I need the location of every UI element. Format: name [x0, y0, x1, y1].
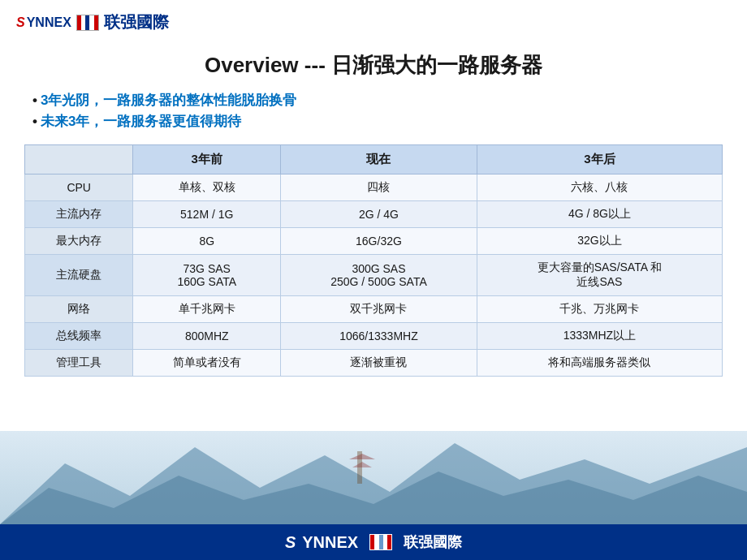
table-header-row: 3年前 现在 3年后 — [25, 145, 723, 174]
footer: SYNNEX 联强國際 — [0, 524, 747, 560]
footer-logo: SYNNEX 联强國際 — [285, 532, 462, 552]
cell-now: 300G SAS250G / 500G SATA — [281, 255, 477, 296]
cell-category: 总线频率 — [25, 323, 133, 350]
table-row: 主流内存512M / 1G2G / 4G4G / 8G以上 — [25, 201, 723, 228]
overview-table-container: 3年前 现在 3年后 CPU单核、双核四核六核、八核主流内存512M / 1G2… — [0, 141, 747, 380]
footer-chinese-name: 联强國際 — [404, 532, 462, 552]
bullet-1: 3年光阴，一路服务器的整体性能脱胎换骨 — [32, 91, 715, 110]
page-title: Overview --- 日渐强大的一路服务器 — [16, 51, 731, 80]
brand-s: S — [16, 15, 25, 30]
cell-category: 网络 — [25, 296, 133, 323]
cell-before: 单千兆网卡 — [133, 296, 281, 323]
table-row: 管理工具简单或者没有逐渐被重视将和高端服务器类似 — [25, 350, 723, 377]
cell-before: 8G — [133, 228, 281, 255]
cell-now: 四核 — [281, 174, 477, 201]
overview-table: 3年前 现在 3年后 CPU单核、双核四核六核、八核主流内存512M / 1G2… — [24, 144, 723, 377]
table-row: 总线频率800MHZ1066/1333MHZ1333MHZ以上 — [25, 323, 723, 350]
cell-before: 512M / 1G — [133, 201, 281, 228]
col-header-2: 现在 — [281, 145, 477, 174]
cell-after: 1333MHZ以上 — [477, 323, 722, 350]
table-body: CPU单核、双核四核六核、八核主流内存512M / 1G2G / 4G4G / … — [25, 174, 723, 377]
footer-brand-rest: YNNEX — [302, 533, 358, 552]
footer-flag-icon — [369, 534, 392, 550]
cell-now: 16G/32G — [281, 228, 477, 255]
cell-now: 2G / 4G — [281, 201, 477, 228]
col-header-3: 3年后 — [477, 145, 722, 174]
cell-after: 32G以上 — [477, 228, 722, 255]
cell-after: 更大容量的SAS/SATA 和近线SAS — [477, 255, 722, 296]
cell-now: 双千兆网卡 — [281, 296, 477, 323]
cell-before: 800MHZ — [133, 323, 281, 350]
title-en: Overview --- — [205, 53, 326, 77]
title-area: Overview --- 日渐强大的一路服务器 — [0, 45, 747, 84]
cell-after: 将和高端服务器类似 — [477, 350, 722, 377]
header: SYNNEX 联强國際 — [0, 0, 747, 45]
flag-icon — [76, 15, 99, 31]
brand-logo: SYNNEX — [16, 15, 71, 30]
cell-before: 单核、双核 — [133, 174, 281, 201]
footer-brand-s: S — [285, 533, 296, 552]
col-header-0 — [25, 145, 133, 174]
cell-category: 管理工具 — [25, 350, 133, 377]
title-zh: 日渐强大的一路服务器 — [326, 53, 542, 77]
table-row: 最大内存8G16G/32G32G以上 — [25, 228, 723, 255]
table-row: 主流硬盘73G SAS160G SATA300G SAS250G / 500G … — [25, 255, 723, 296]
cell-category: CPU — [25, 174, 133, 201]
bullets-section: 3年光阴，一路服务器的整体性能脱胎换骨 未来3年，一路服务器更值得期待 — [0, 84, 747, 141]
cell-after: 4G / 8G以上 — [477, 201, 722, 228]
chinese-brand-name: 联强國際 — [104, 11, 169, 33]
cell-before: 73G SAS160G SATA — [133, 255, 281, 296]
brand-rest: YNNEX — [27, 15, 71, 30]
scenic-background — [0, 431, 747, 524]
table-row: CPU单核、双核四核六核、八核 — [25, 174, 723, 201]
table-row: 网络单千兆网卡双千兆网卡千兆、万兆网卡 — [25, 296, 723, 323]
col-header-1: 3年前 — [133, 145, 281, 174]
cell-category: 最大内存 — [25, 228, 133, 255]
cell-now: 1066/1333MHZ — [281, 323, 477, 350]
cell-after: 千兆、万兆网卡 — [477, 296, 722, 323]
cell-now: 逐渐被重视 — [281, 350, 477, 377]
cell-before: 简单或者没有 — [133, 350, 281, 377]
cell-after: 六核、八核 — [477, 174, 722, 201]
cell-category: 主流硬盘 — [25, 255, 133, 296]
bullet-2: 未来3年，一路服务器更值得期待 — [32, 112, 715, 131]
cell-category: 主流内存 — [25, 201, 133, 228]
